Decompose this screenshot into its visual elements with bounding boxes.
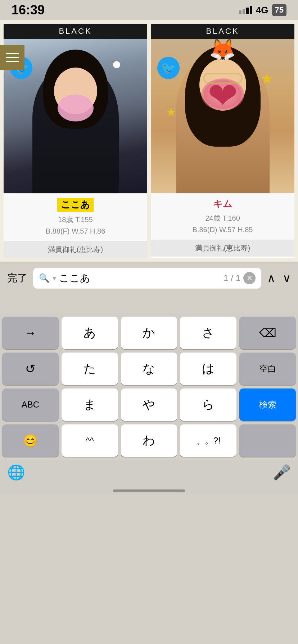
card-status-2: 満員御礼(恵比寿) <box>151 240 294 257</box>
menu-button[interactable] <box>0 45 24 70</box>
card-grid: BLACK 🐦 ここあ 18歳 T.155 B.88 <box>4 24 294 258</box>
key-placeholder <box>239 424 296 457</box>
card-stats-1: 18歳 T.155 B.88(F) W.57 H.86 <box>6 214 144 237</box>
microphone-button[interactable]: 🎤 <box>273 464 291 481</box>
card-name-2: キム <box>154 198 292 210</box>
menu-icon <box>6 57 19 58</box>
keyboard-row-2: ↺ た な は 空白 <box>2 353 296 385</box>
twitter-icon-2[interactable]: 🐦 <box>157 57 180 79</box>
brand-label-1: BLACK <box>59 27 92 36</box>
key-ma[interactable]: ま <box>62 388 118 421</box>
search-chevron-icon: ▾ <box>53 274 56 282</box>
status-time: 16:39 <box>12 3 45 18</box>
card-status-1: 満員御礼(恵比寿) <box>4 241 147 258</box>
card-1[interactable]: BLACK 🐦 ここあ 18歳 T.155 B.88 <box>4 24 147 258</box>
key-backspace[interactable]: ⌫ <box>239 317 296 349</box>
search-nav-arrows: ∧ ∨ <box>267 271 291 285</box>
globe-button[interactable]: 🌐 <box>7 464 25 481</box>
network-label: 4G <box>256 5 268 16</box>
signal-bars-icon <box>239 6 252 14</box>
search-bar-area: 完了 🔍 ▾ ここあ 1 / 1 ✕ ∧ ∨ <box>0 262 298 294</box>
key-a[interactable]: あ <box>62 317 118 349</box>
keyboard: → あ か さ ⌫ ↺ た な は 空白 ABC ま や ら 検索 😊 ^^ わ… <box>0 312 298 457</box>
keyboard-spacer <box>0 294 298 312</box>
key-wa[interactable]: わ <box>121 424 177 457</box>
search-count: 1 / 1 <box>224 273 240 283</box>
clear-search-button[interactable]: ✕ <box>243 272 256 284</box>
card-header-1: BLACK <box>4 24 147 39</box>
status-bar: 16:39 4G 75 <box>0 0 298 20</box>
menu-icon <box>6 61 19 62</box>
fox-ears: 🦊 <box>209 39 236 63</box>
key-arrow[interactable]: → <box>2 317 59 349</box>
key-space[interactable]: 空白 <box>239 353 296 385</box>
search-icon: 🔍 <box>39 273 50 283</box>
search-text: ここあ <box>59 271 221 285</box>
card-image-2: 🐦 🦊 ❤ ★ ★ <box>151 39 294 193</box>
status-icons: 4G 75 <box>239 4 286 16</box>
card-info-2: キム 24歳 T.160 B.86(D) W.57 H.85 <box>151 193 294 240</box>
search-next-button[interactable]: ∨ <box>283 271 291 285</box>
key-undo[interactable]: ↺ <box>2 353 59 385</box>
keyboard-row-3: ABC ま や ら 検索 <box>2 388 296 421</box>
keyboard-bottom: 🌐 🎤 <box>0 460 298 489</box>
card-2[interactable]: BLACK 🐦 🦊 ❤ ★ ★ <box>151 24 294 258</box>
key-emoji[interactable]: 😊 <box>2 424 59 457</box>
key-ya[interactable]: や <box>121 388 177 421</box>
menu-icon <box>6 53 19 54</box>
keyboard-row-1: → あ か さ ⌫ <box>2 317 296 349</box>
key-na[interactable]: な <box>121 353 177 385</box>
keyboard-row-4: 😊 ^^ わ 、。?! <box>2 424 296 457</box>
search-input-wrap[interactable]: 🔍 ▾ ここあ 1 / 1 ✕ <box>33 268 261 289</box>
key-ta[interactable]: た <box>62 353 118 385</box>
search-prev-button[interactable]: ∧ <box>267 271 275 285</box>
home-bar <box>113 489 185 492</box>
card-image-1: 🐦 <box>4 39 147 193</box>
key-ra[interactable]: ら <box>180 388 236 421</box>
battery-indicator: 75 <box>272 4 286 16</box>
key-sa[interactable]: さ <box>180 317 236 349</box>
key-search[interactable]: 検索 <box>239 388 296 421</box>
home-indicator <box>0 489 298 496</box>
brand-label-2: BLACK <box>206 27 239 36</box>
key-dakuten[interactable]: ^^ <box>62 424 118 457</box>
card-stats-2: 24歳 T.160 B.86(D) W.57 H.85 <box>154 212 292 235</box>
card-header-2: BLACK <box>151 24 294 39</box>
key-ka[interactable]: か <box>121 317 177 349</box>
content-area: BLACK 🐦 ここあ 18歳 T.155 B.88 <box>0 20 298 262</box>
done-button[interactable]: 完了 <box>7 271 27 285</box>
key-abc[interactable]: ABC <box>2 388 59 421</box>
key-punct[interactable]: 、。?! <box>180 424 236 457</box>
card-name-1: ここあ <box>57 198 94 212</box>
card-info-1: ここあ 18歳 T.155 B.88(F) W.57 H.86 <box>4 193 147 241</box>
key-ha[interactable]: は <box>180 353 236 385</box>
